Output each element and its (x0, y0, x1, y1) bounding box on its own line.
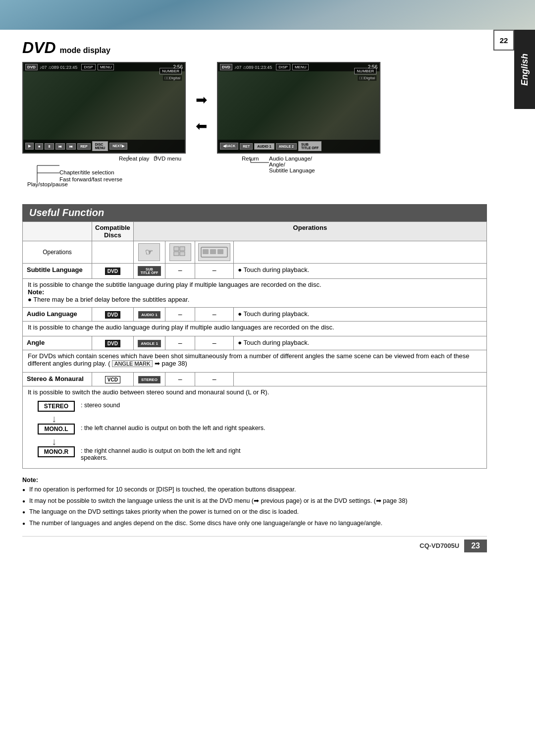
mode-display-label: mode display (60, 46, 110, 55)
label-ffrev: Fast forward/fast reverse (59, 176, 122, 182)
top-banner (0, 0, 535, 30)
stereo-dash1: – (165, 373, 195, 386)
subtitle-dash2: – (195, 264, 234, 279)
subtitle-touch: ● Touch during playback. (234, 264, 487, 279)
label-dvdmenu: DVD menu (154, 156, 181, 162)
page-number: 22 (493, 30, 514, 51)
compat-discs-subheader (92, 241, 134, 264)
label-return: Return (242, 156, 259, 162)
angle-1-btn: ANGLE 1 (138, 340, 161, 347)
table-row-stereo: Stereo & Monaural VCD STEREO – – (23, 373, 487, 386)
svg-rect-12 (203, 249, 209, 254)
model-number: CQ-VD7005U (22, 542, 464, 549)
panel-icon (198, 243, 230, 261)
op-icon-grid-header (165, 241, 195, 264)
subtitle-off-btn: SUBTITLE OFF (138, 266, 161, 276)
stereo-label: Stereo & Monaural (23, 373, 92, 386)
angle-dash1: – (165, 336, 195, 350)
subtitle-op-icon: SUBTITLE OFF (133, 264, 165, 279)
angle-desc-cell: For DVDs which contain scenes which have… (23, 350, 487, 373)
stereo-chain-item-1: STEREO : stereo sound (38, 401, 482, 412)
bottom-note: Note: If no operation is performed for 1… (22, 476, 487, 528)
monor-desc: : the right channel audio is output on b… (81, 446, 269, 461)
angle-mark-box: ANGLE MARK (112, 360, 153, 367)
bottom-note-item-3: The language on the DVD settings takes p… (22, 507, 487, 517)
bottom-note-item-2: It may not be possible to switch the lan… (22, 496, 487, 506)
stereo-desc: : stereo sound (81, 401, 120, 409)
op-desc-col-header (234, 241, 487, 264)
section-title-dvd: DVD mode display (22, 39, 487, 57)
table-row-subtitle: Subtitle Language DVD SUBTITLE OFF – – ●… (23, 264, 487, 279)
svg-rect-13 (210, 249, 216, 254)
ops-col-header-empty (23, 222, 92, 241)
angle-op-icon: ANGLE 1 (133, 336, 165, 350)
op-icon-panel-header (195, 241, 234, 264)
audio-op-icon: AUDIO 1 (133, 308, 165, 322)
table-row-angle: Angle DVD ANGLE 1 – – ● Touch during pla… (23, 336, 487, 350)
chain-arrow-2: ↓ (52, 436, 482, 446)
stereo-desc-cell: It is possible to switch the audio betwe… (23, 386, 487, 469)
table-row-audio-desc: It is possible to change the audio langu… (23, 322, 487, 336)
angle-dash2: – (195, 336, 234, 350)
bottom-note-list: If no operation is performed for 10 seco… (22, 485, 487, 528)
stereo-dash2: – (195, 373, 234, 386)
stereo-chain-item-3: MONO.R : the right channel audio is outp… (38, 446, 482, 461)
audio-touch: ● Touch during playback. (234, 308, 487, 322)
stereo-touch (234, 373, 487, 386)
grid-icon (169, 243, 191, 261)
operations-main-header: Operations (133, 222, 486, 241)
disc-dvd-subtitle: DVD (105, 268, 120, 275)
audio-desc-cell: It is possible to change the audio langu… (23, 322, 487, 336)
dvd-screen-2-block: DVD ♪07 ♫089 01:23:45 DISP MENU 2:56 NUM… (217, 62, 380, 195)
main-content: DVD mode display DVD ♪07 ♫089 01:23:45 D… (0, 30, 514, 562)
bottom-note-item-1: If no operation is performed for 10 seco… (22, 485, 487, 494)
table-header-row: Compatible Discs Operations (23, 222, 487, 241)
label-repeat: Repeat play (119, 156, 149, 162)
angle-touch: ● Touch during playback. (234, 336, 487, 350)
stereo-op-icon: STEREO (133, 373, 165, 386)
op-icon-touch-header: ☞ (133, 241, 165, 264)
page-number-footer: 23 (464, 540, 487, 552)
language-tab: English (514, 30, 535, 109)
audio-dash2: – (195, 308, 234, 322)
disc-vcd-stereo: VCD (105, 376, 120, 383)
function-table: Compatible Discs Operations Operations ☞ (22, 221, 487, 469)
bottom-note-item-4: The number of languages and angles depen… (22, 519, 487, 528)
page-footer: CQ-VD7005U 23 (22, 536, 487, 552)
screenshots-area: DVD ♪07 ♫089 01:23:45 DISP MENU 2:56 NUM… (22, 62, 487, 195)
svg-rect-9 (174, 252, 179, 256)
subtitle-desc-cell: It is possible to change the subtitle la… (23, 279, 487, 308)
monol-desc: : the left channel audio is output on bo… (81, 424, 265, 432)
subtitle-dash1: – (165, 264, 195, 279)
monor-box: MONO.R (38, 446, 75, 457)
dvd-screen-1-block: DVD ♪07 ♫089 01:23:45 DISP MENU 2:56 NUM… (22, 62, 186, 195)
stereo-box: STEREO (38, 401, 75, 412)
subtitle-disc: DVD (92, 264, 134, 279)
monol-box: MONO.L (38, 424, 75, 434)
stereo-chain-diagram: STEREO : stereo sound ↓ MONO.L : the lef… (28, 401, 482, 461)
svg-rect-7 (174, 247, 179, 251)
audio-1-btn: AUDIO 1 (138, 311, 160, 319)
chain-arrow-1: ↓ (52, 414, 482, 424)
dvd-word: DVD (22, 39, 56, 57)
subtitle-note-label: Note: (28, 288, 44, 296)
arrow-back: ⬅ (196, 118, 207, 134)
angle-disc: DVD (92, 336, 134, 350)
touch-icon: ☞ (138, 243, 160, 261)
table-row-stereo-desc: It is possible to switch the audio betwe… (23, 386, 487, 469)
transition-arrows: ➡ ⬅ (196, 62, 207, 134)
label-lines-1 (22, 156, 186, 195)
label-chapter: Chapter/title selection (59, 169, 114, 175)
stereo-btn: STEREO (138, 376, 160, 383)
audio-disc: DVD (92, 308, 134, 322)
useful-function-header: Useful Function (22, 204, 487, 221)
stereo-chain-item-2: MONO.L : the left channel audio is outpu… (38, 424, 482, 434)
subtitle-lang-label: Subtitle Language (23, 264, 92, 279)
table-row-audio: Audio Language DVD AUDIO 1 – – ● Touch d… (23, 308, 487, 322)
angle-label: Angle (23, 336, 92, 350)
stereo-disc: VCD (92, 373, 134, 386)
ops-col-label: Operations (23, 241, 92, 264)
dvd-screen-1: DVD ♪07 ♫089 01:23:45 DISP MENU 2:56 NUM… (22, 62, 186, 154)
table-subheader-row: Operations ☞ (23, 241, 487, 264)
bottom-note-title: Note: (22, 476, 487, 485)
